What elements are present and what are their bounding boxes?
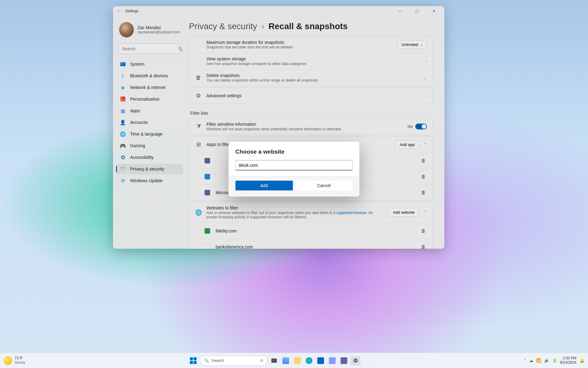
- nav-bluetooth[interactable]: ᚼBluetooth & devices: [116, 71, 183, 81]
- max-storage-dropdown[interactable]: Unlimited: [397, 40, 427, 49]
- add-website-button[interactable]: Add website: [388, 208, 419, 217]
- dialog-title: Choose a website: [236, 148, 353, 155]
- sidebar: Zac Mendez zacmendez@outlook.com 🔍 Syste…: [113, 16, 186, 249]
- funnel-icon: ⧩: [195, 123, 202, 130]
- website-input[interactable]: [236, 160, 353, 171]
- globe-icon: 🌐: [195, 209, 202, 216]
- nav-system[interactable]: System: [116, 59, 183, 69]
- nav-time[interactable]: 🌐Time & language: [116, 129, 183, 139]
- search-input[interactable]: [122, 46, 175, 51]
- nav-windows-update[interactable]: ⟳Windows Update: [116, 175, 183, 186]
- page-title: Recall & snapshots: [269, 21, 348, 31]
- personalization-icon: [120, 96, 126, 102]
- row-max-storage[interactable]: Maximum storage duration for snapshots S…: [189, 36, 432, 53]
- taskbar-weather[interactable]: 71°F Sunny: [4, 356, 25, 365]
- system-icon: [120, 62, 126, 66]
- nav-network[interactable]: ◈Network & internet: [116, 82, 183, 93]
- trash-icon: 🗑: [195, 75, 202, 81]
- gear-icon: ⚙: [195, 92, 202, 99]
- advanced-card: ⚙ Advanced settings ›: [189, 87, 433, 104]
- user-block[interactable]: Zac Mendez zacmendez@outlook.com: [116, 20, 183, 42]
- row-websites-to-filter[interactable]: 🌐 Websites to filter Add or remove websi…: [189, 202, 432, 223]
- chevron-up-icon: ⌃: [424, 210, 427, 215]
- volume-icon[interactable]: 🔊: [544, 358, 549, 363]
- cancel-button[interactable]: Cancel: [295, 181, 353, 190]
- add-button[interactable]: Add: [236, 181, 293, 190]
- delete-app-button[interactable]: 🗑: [420, 158, 427, 163]
- minimize-button[interactable]: —: [393, 6, 406, 16]
- pinned-app-edge[interactable]: [304, 356, 314, 366]
- pinned-app-settings[interactable]: ⚙: [351, 356, 360, 366]
- update-icon: ⟳: [120, 178, 126, 184]
- toggle-switch[interactable]: [415, 124, 427, 129]
- storage-card: Maximum storage duration for snapshots S…: [189, 36, 433, 86]
- nav-apps[interactable]: ▦Apps: [116, 105, 183, 116]
- maximize-button[interactable]: ▢: [410, 6, 424, 16]
- site-icon: [205, 244, 210, 249]
- nav-personalization[interactable]: Personalization: [116, 94, 183, 104]
- row-filter-sensitive[interactable]: ⧩ Filter sensitive information Windows w…: [189, 118, 432, 135]
- websites-desc: Add or remove websites to filter out of …: [206, 211, 384, 219]
- app-icon: [205, 158, 210, 163]
- nav-accessibility[interactable]: ✪Accessibility: [116, 152, 183, 163]
- svg-rect-0: [190, 357, 193, 360]
- chevron-down-icon: ⌄: [424, 75, 427, 80]
- notifications-icon[interactable]: 🔔: [579, 358, 584, 363]
- nav-gaming[interactable]: 🎮Gaming: [116, 140, 183, 151]
- filter-lists-label: Filter lists: [190, 111, 433, 116]
- svg-rect-2: [190, 361, 193, 364]
- gaming-icon: 🎮: [120, 143, 126, 149]
- main-content: Privacy & security › Recall & snapshots …: [186, 16, 444, 249]
- choose-website-dialog: Choose a website Add Cancel: [229, 142, 360, 197]
- svg-rect-3: [194, 361, 197, 364]
- nav-accounts[interactable]: 👤Accounts: [116, 117, 183, 128]
- delete-app-button[interactable]: 🗑: [420, 190, 427, 195]
- nav-privacy[interactable]: 🛡Privacy & security: [116, 164, 183, 174]
- edge-icon: [306, 357, 312, 364]
- back-button[interactable]: ←: [117, 9, 122, 13]
- task-view-button[interactable]: [269, 356, 279, 366]
- search-decoration-icon: ✿: [260, 358, 263, 363]
- chevron-right-icon: ›: [426, 94, 427, 98]
- taskbar-search[interactable]: 🔍 Search ✿: [200, 356, 267, 366]
- app-icon: [205, 190, 210, 195]
- tray-chevron-icon[interactable]: ˄: [524, 358, 526, 363]
- websites-filter-card: 🌐 Websites to filter Add or remove websi…: [189, 202, 433, 249]
- delete-app-button[interactable]: 🗑: [420, 174, 427, 179]
- window-title: Settings: [125, 9, 138, 13]
- pinned-app-explorer[interactable]: [292, 356, 302, 366]
- row-advanced[interactable]: ⚙ Advanced settings ›: [189, 88, 432, 104]
- delete-site-button[interactable]: 🗑: [420, 228, 427, 233]
- wifi-icon[interactable]: 📶: [536, 358, 541, 363]
- pinned-app[interactable]: [281, 356, 291, 366]
- pinned-app-store[interactable]: [316, 356, 326, 366]
- row-view-storage[interactable]: View system storage See how snapshot sto…: [189, 53, 432, 69]
- app-icon: [205, 174, 210, 179]
- weather-icon: [4, 356, 12, 365]
- battery-icon[interactable]: 🔋: [552, 358, 557, 363]
- row-delete-snapshots[interactable]: 🗑 Delete snapshots You can delete snapsh…: [189, 69, 432, 86]
- filter-sensitive-card: ⧩ Filter sensitive information Windows w…: [189, 118, 433, 135]
- taskbar: 71°F Sunny 🔍 Search ✿ ⚙ ˄ ☁ 📶 🔊 🔋 2:30 P…: [0, 353, 588, 368]
- user-name: Zac Mendez: [138, 25, 180, 30]
- pinned-app-teams[interactable]: [339, 356, 349, 366]
- start-button[interactable]: [188, 356, 198, 366]
- close-button[interactable]: ✕: [427, 6, 441, 16]
- supported-browser-link[interactable]: supported browser: [336, 211, 367, 215]
- pinned-app[interactable]: [327, 356, 337, 366]
- accessibility-icon: ✪: [120, 154, 126, 160]
- breadcrumb: Privacy & security › Recall & snapshots: [189, 21, 433, 31]
- filtered-site-row: fidelity.com 🗑: [189, 223, 432, 239]
- taskbar-right: ˄ ☁ 📶 🔊 🔋 2:30 PM 9/24/2024 🔔: [524, 356, 584, 365]
- taskbar-clock[interactable]: 2:30 PM 9/24/2024: [560, 356, 576, 365]
- svg-rect-1: [194, 357, 197, 360]
- shield-icon: 🛡: [120, 166, 126, 172]
- filter-sensitive-toggle[interactable]: On: [408, 124, 427, 129]
- onedrive-icon[interactable]: ☁: [529, 358, 533, 363]
- delete-site-button[interactable]: 🗑: [420, 244, 427, 249]
- breadcrumb-parent[interactable]: Privacy & security: [189, 21, 257, 31]
- network-icon: ◈: [120, 84, 126, 90]
- add-app-button[interactable]: Add app: [395, 140, 419, 149]
- avatar: [119, 22, 134, 37]
- search-box[interactable]: 🔍: [119, 44, 180, 54]
